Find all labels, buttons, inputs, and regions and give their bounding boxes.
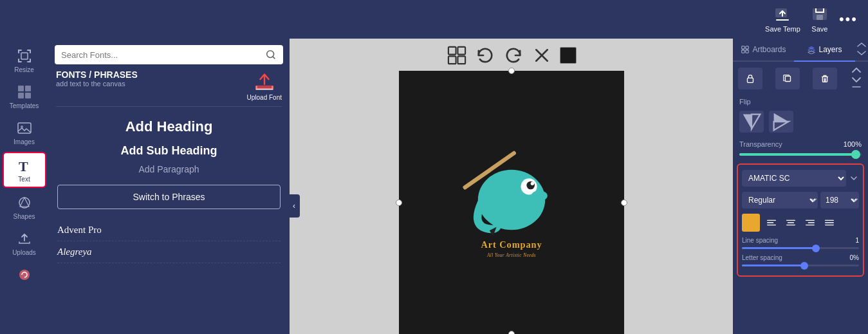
svg-rect-33 [748, 78, 753, 82]
letter-spacing-slider[interactable] [742, 264, 859, 266]
save-button[interactable]: Save [811, 6, 829, 33]
panel-chevrons [855, 39, 868, 60]
svg-rect-4 [18, 86, 24, 91]
more-options-button[interactable]: ••• [839, 11, 858, 28]
svg-rect-8 [18, 123, 31, 133]
main-area: Resize Templates Images T [0, 39, 868, 334]
sidebar-item-resize[interactable]: Resize [3, 44, 46, 77]
svg-rect-16 [448, 47, 456, 55]
svg-text:Art Company: Art Company [481, 239, 542, 250]
font-select-chevron-icon [849, 173, 859, 183]
svg-point-23 [530, 181, 533, 185]
canvas-toolbar [447, 39, 577, 71]
svg-rect-19 [457, 56, 465, 64]
sidebar-item-more[interactable] [3, 263, 46, 289]
up-down-arrows [850, 67, 863, 90]
svg-point-24 [531, 190, 547, 201]
close-selection-button[interactable] [531, 45, 552, 66]
flip-horizontal-button[interactable] [739, 111, 764, 133]
svg-rect-18 [448, 56, 456, 64]
sidebar-item-templates[interactable]: Templates [3, 80, 46, 113]
line-spacing-row: Line spacing 1 [742, 236, 859, 245]
svg-rect-3 [21, 53, 28, 59]
sidebar-item-shapes[interactable]: Shapes [3, 190, 46, 224]
add-subheading-button[interactable]: Add Sub Heading [48, 140, 290, 162]
logo-svg: Art Company All Your Artistic Needs [454, 145, 569, 261]
handle-right[interactable] [621, 199, 627, 206]
switch-to-phrases-button[interactable]: Switch to Phrases [57, 185, 281, 209]
divider [56, 106, 282, 107]
font-select-row: AMATIC SC [742, 170, 859, 187]
font-family-select[interactable]: AMATIC SC [742, 170, 846, 187]
text-properties-box: AMATIC SC Regular 198 [737, 163, 864, 277]
sidebar-item-text[interactable]: T Text [3, 152, 46, 188]
svg-rect-35 [822, 77, 827, 82]
right-action-buttons [733, 62, 868, 95]
transparency-row: Transparency 100% [733, 138, 868, 151]
transparency-slider[interactable] [739, 153, 862, 156]
color-align-row [742, 214, 859, 232]
svg-rect-30 [746, 46, 748, 49]
align-justify-button[interactable] [822, 215, 837, 230]
delete-button[interactable] [813, 68, 837, 89]
tab-layers[interactable]: Layers [794, 39, 855, 62]
lock-button[interactable] [738, 68, 762, 89]
handle-left[interactable] [396, 199, 402, 206]
fonts-panel-header: FONTS / PHRASES add text to the canvas U… [48, 70, 290, 106]
undo-button[interactable] [475, 45, 495, 66]
right-panel-tabs: Artboards Layers [733, 39, 868, 62]
align-right-button[interactable] [802, 215, 818, 230]
svg-text:All Your Artistic Needs: All Your Artistic Needs [486, 252, 535, 257]
font-style-row: Regular 198 [742, 192, 859, 209]
font-list: Advent Pro Alegreya [48, 217, 290, 334]
svg-marker-39 [774, 122, 789, 130]
canvas-content: Art Company All Your Artistic Needs [399, 71, 624, 334]
duplicate-button[interactable] [775, 68, 800, 89]
handle-top[interactable] [508, 68, 515, 74]
canvas-wrapper: Art Company All Your Artistic Needs [399, 71, 624, 334]
svg-rect-32 [746, 50, 748, 53]
svg-text:T: T [19, 158, 28, 174]
svg-rect-7 [25, 93, 31, 98]
flip-buttons [733, 108, 868, 138]
align-left-button[interactable] [764, 215, 779, 230]
search-icon [265, 49, 277, 60]
font-style-chevron-icon [810, 196, 818, 204]
tab-artboards[interactable]: Artboards [733, 39, 794, 60]
svg-rect-2 [817, 15, 823, 20]
svg-point-13 [19, 270, 30, 280]
search-input[interactable] [61, 50, 261, 60]
sidebar-item-uploads[interactable]: Uploads [3, 227, 46, 260]
svg-rect-29 [742, 46, 744, 49]
font-search-bar [55, 45, 283, 64]
font-item-alegreya[interactable]: Alegreya [57, 241, 281, 263]
svg-rect-15 [255, 86, 273, 89]
svg-rect-31 [742, 50, 744, 53]
sidebar-item-images[interactable]: Images [3, 116, 46, 149]
svg-marker-38 [774, 113, 789, 122]
icon-sidebar: Resize Templates Images T [0, 39, 48, 334]
svg-rect-5 [25, 86, 31, 91]
grid-button[interactable] [447, 45, 467, 66]
font-style-select[interactable]: Regular [742, 192, 818, 209]
text-color-button[interactable] [742, 214, 760, 232]
font-size-chevron-icon [851, 196, 859, 204]
line-spacing-slider[interactable] [742, 247, 859, 249]
handle-bottom[interactable] [508, 331, 515, 334]
upload-font-button[interactable]: Upload Font [247, 70, 282, 101]
flip-label: Flip [733, 95, 868, 108]
align-center-button[interactable] [783, 215, 799, 230]
collapse-left-button[interactable]: ‹ [288, 194, 300, 218]
topbar: Save Temp Save ••• [0, 0, 868, 39]
fonts-panel-title: FONTS / PHRASES add text to the canvas [56, 70, 138, 88]
add-heading-button[interactable]: Add Heading [48, 113, 290, 140]
save-temp-button[interactable]: Save Temp [765, 6, 800, 33]
color-swatch[interactable] [560, 47, 577, 64]
font-item-advent-pro[interactable]: Advent Pro [57, 219, 281, 241]
svg-rect-6 [18, 93, 24, 98]
fonts-panel: FONTS / PHRASES add text to the canvas U… [48, 39, 290, 334]
letter-spacing-row: Letter spacing 0% [742, 253, 859, 263]
redo-button[interactable] [503, 45, 524, 66]
add-paragraph-button[interactable]: Add Paragraph [48, 162, 290, 177]
flip-vertical-button[interactable] [769, 111, 793, 133]
